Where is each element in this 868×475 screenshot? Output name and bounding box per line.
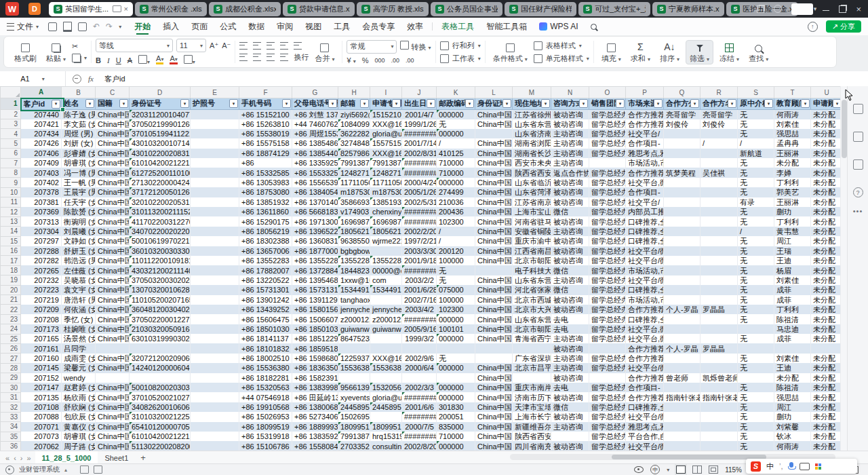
cell[interactable] [191, 265, 239, 275]
cell[interactable]: 207402 [21, 178, 62, 187]
search-button[interactable] [585, 18, 603, 35]
cell[interactable]: 社交平台/微 [626, 412, 664, 421]
row-header-35[interactable]: 35 [1, 432, 21, 441]
cell[interactable]: 410125 [437, 149, 475, 158]
cell[interactable]: 青海省西宁 [513, 334, 551, 343]
col-header-M[interactable]: M [513, 87, 551, 98]
cell[interactable]: guiwanwei [370, 324, 402, 334]
cell[interactable]: China中国 [96, 392, 130, 402]
font-name-select[interactable]: 等线▾ [96, 39, 173, 52]
cell[interactable]: bgbgbow@q [338, 246, 370, 256]
cell[interactable]: 罗晶晶 [701, 305, 738, 314]
cell[interactable]: 180562195 [338, 227, 370, 236]
col-header-A[interactable]: A [21, 87, 62, 98]
cell[interactable] [701, 187, 738, 197]
cell[interactable]: 陈祖清 [774, 383, 811, 392]
cell[interactable]: China中国 [96, 236, 130, 246]
bold-button[interactable]: B [96, 56, 101, 64]
cell[interactable]: 北京市朝阳 [513, 256, 551, 265]
cell[interactable]: 610104200212213421 [130, 158, 191, 168]
cell[interactable]: 刘妍 (女) [62, 138, 96, 148]
row-header-28[interactable]: 28 [1, 363, 21, 373]
cell[interactable]: 季忆 (女) [62, 314, 96, 324]
cell[interactable] [701, 295, 738, 305]
cell[interactable] [191, 412, 239, 421]
cell[interactable]: 未分配 [811, 187, 843, 197]
cell[interactable] [191, 285, 239, 294]
cell[interactable]: China中国 [96, 363, 130, 373]
cell[interactable]: 未分配 [811, 354, 843, 363]
cell[interactable] [338, 373, 370, 383]
cell[interactable]: 合作方推荐 [626, 119, 664, 129]
cell[interactable]: ######## [402, 207, 437, 216]
cell[interactable]: 任天宇 (女 [62, 197, 96, 207]
cell[interactable]: 上海市宝山 [513, 207, 551, 216]
cell[interactable] [370, 343, 402, 353]
cell[interactable]: 主动咨询 [551, 227, 589, 236]
cell[interactable]: 207071 [21, 422, 62, 432]
cell[interactable]: 江苏省徐州 [513, 109, 551, 119]
cell[interactable]: 无 [738, 168, 774, 177]
cell[interactable]: 留学总经办 [589, 363, 626, 373]
cell[interactable]: 被动咨询 [551, 305, 589, 314]
cell[interactable]: China中国 [96, 314, 130, 324]
cell[interactable]: China中国 [475, 227, 513, 236]
cell[interactable]: 无 [738, 216, 774, 226]
cell[interactable] [738, 324, 774, 334]
cell[interactable]: 207378 [21, 187, 62, 197]
cell[interactable]: 留学总经办 [589, 295, 626, 305]
cell[interactable]: 无 [738, 187, 774, 197]
row-header-29[interactable]: 29 [1, 373, 21, 383]
cell[interactable]: 留学总经办 [589, 402, 626, 412]
cell[interactable] [664, 246, 701, 256]
sidebar-assistant-icon[interactable] [853, 104, 863, 114]
col-header-U[interactable]: U [811, 87, 843, 98]
cell[interactable]: 刘俊伶 [701, 119, 738, 129]
cell[interactable] [701, 158, 738, 168]
cell[interactable]: 主动咨询 [551, 149, 589, 158]
cell[interactable]: 075000 [437, 285, 475, 294]
cell[interactable] [191, 432, 239, 441]
currency-button[interactable]: ¥ ▾ [347, 56, 355, 64]
cell[interactable]: 207161 [21, 343, 62, 353]
col-header-Q[interactable]: Q [664, 87, 701, 98]
file-tab[interactable]: S国任财产保险样本.x [505, 2, 576, 16]
cell[interactable]: China中国 [475, 236, 513, 246]
cell[interactable] [191, 295, 239, 305]
cell[interactable]: 彭睿婧 (女 [62, 149, 96, 158]
close-tab-icon[interactable]: × [124, 5, 128, 13]
cell[interactable]: China中国 [96, 402, 130, 412]
cell[interactable]: 500106199702210321 [130, 236, 191, 246]
cell[interactable]: 未分配 [811, 227, 843, 236]
last-sheet-icon[interactable]: » [26, 454, 31, 462]
sheet-tab-11_28_5_1000[interactable]: 11_28_5_1000 [35, 451, 98, 464]
cell[interactable]: 包欣辰 (女 [62, 412, 96, 421]
cell[interactable]: 207282 [21, 256, 62, 265]
header-cell[interactable]: 护照号▾ [191, 98, 239, 110]
filter-dropdown-icon[interactable]: ▾ [654, 99, 663, 108]
cell[interactable] [191, 363, 239, 373]
cell[interactable]: 无 [738, 305, 774, 314]
cell[interactable]: 未分配 [811, 168, 843, 177]
cell[interactable]: +86 15606475 [239, 314, 292, 324]
cell[interactable]: m1875308 [370, 187, 402, 197]
cell[interactable]: 留学总经办 [589, 285, 626, 294]
filter-dropdown-icon[interactable]: ▾ [229, 99, 238, 108]
cell[interactable]: 留学总经办 [589, 246, 626, 256]
cell[interactable]: 未分配 [811, 402, 843, 412]
cell[interactable]: 微信 [551, 207, 589, 216]
cell[interactable]: 社交平台,微 [626, 178, 664, 187]
cell[interactable]: +86 15320563 [239, 383, 292, 392]
cell[interactable] [664, 412, 701, 421]
cell[interactable]: 留学总经办 [589, 197, 626, 207]
cell[interactable]: 122593794 [338, 354, 370, 363]
cell[interactable]: China中国 [475, 138, 513, 148]
file-tab[interactable]: S可过_支付宝+_滴... [578, 2, 650, 16]
cell[interactable]: 被动咨询 [551, 373, 589, 383]
cell[interactable]: 2002/8/20 [402, 441, 437, 451]
align-middle-icon[interactable] [253, 42, 261, 50]
cell[interactable]: 430321200211140121 [130, 265, 191, 275]
cell[interactable]: 2002/3/3 [402, 383, 437, 392]
cell[interactable]: 320311200104077915 [130, 109, 191, 119]
cell[interactable]: 未分配 [811, 422, 843, 432]
